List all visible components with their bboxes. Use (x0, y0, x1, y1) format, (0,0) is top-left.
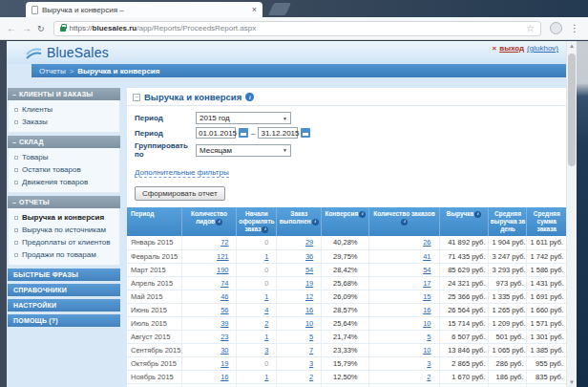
calendar-icon[interactable] (239, 128, 248, 138)
sidebar-item[interactable]: Предоплаты от клиентов (9, 236, 119, 248)
leads-link[interactable]: 72 (220, 238, 228, 247)
completed-link[interactable]: 29 (305, 238, 313, 247)
completed-link[interactable]: 7 (309, 346, 313, 355)
browser-tab[interactable]: Выручка и конверсия – × (26, 2, 262, 17)
completed-link[interactable]: 19 (305, 279, 313, 288)
orders-link[interactable]: 54 (423, 266, 430, 274)
started-link[interactable]: 1 (264, 292, 268, 301)
bookmark-star-icon[interactable]: ☆ (526, 23, 535, 33)
url-domain: bluesales.ru (93, 24, 137, 32)
info-icon[interactable]: i (312, 219, 319, 226)
orders-link[interactable]: 17 (423, 279, 430, 288)
started-link[interactable]: 4 (264, 306, 268, 314)
browser-menu-icon[interactable]: ⋮ (570, 23, 579, 33)
started-link[interactable]: 2 (264, 319, 268, 328)
info-icon[interactable]: i (216, 219, 222, 226)
calendar-icon[interactable] (301, 128, 310, 138)
username-link[interactable]: (glukhov) (527, 44, 558, 53)
back-icon[interactable]: ← (7, 24, 16, 33)
bullet-icon (14, 241, 18, 245)
sidebar-item[interactable]: Движения товаров (9, 176, 119, 188)
orders-link[interactable]: 3 (427, 359, 430, 368)
collapse-panel-icon[interactable]: − (133, 94, 140, 101)
forward-icon[interactable]: → (22, 24, 32, 33)
started-link[interactable]: 3 (264, 346, 268, 355)
year-select[interactable]: 2015 год ▼ (196, 112, 291, 124)
orders-link[interactable]: 16 (423, 306, 430, 314)
sidebar-collapsed-section[interactable]: СПРАВОЧНИКИ (8, 284, 120, 296)
cell-started: 5 (237, 383, 277, 387)
sidebar-section-header[interactable]: – КЛИЕНТЫ И ЗАКАЗЫ (8, 88, 120, 100)
bluesales-logo[interactable]: BlueSales (26, 45, 109, 60)
sidebar-item[interactable]: Товары (9, 151, 119, 163)
generate-report-button[interactable]: Сформировать отчет (135, 186, 225, 201)
scroll-up-icon[interactable]: ▲ (567, 43, 577, 49)
sidebar-item[interactable]: Выручка по источникам (9, 224, 119, 236)
breadcrumb-root[interactable]: Отчеты (39, 67, 66, 75)
tab-close-icon[interactable]: × (252, 6, 257, 14)
new-tab-button[interactable] (268, 3, 291, 15)
completed-link[interactable]: 16 (305, 306, 313, 314)
orders-link[interactable]: 5 (427, 333, 430, 341)
started-link[interactable]: 1 (264, 333, 268, 341)
leads-link[interactable]: 30 (220, 346, 228, 355)
url-text[interactable]: https://bluesales.ru/app/Reports/Proceed… (70, 24, 522, 32)
address-bar[interactable]: https://bluesales.ru/app/Reports/Proceed… (53, 21, 541, 36)
year-select-value: 2015 год (200, 114, 230, 122)
leads-link[interactable]: 16 (220, 373, 228, 381)
completed-link[interactable]: 2 (309, 373, 313, 381)
sidebar-collapsed-section[interactable]: НАСТРОЙКИ (8, 299, 120, 312)
page-scrollbar[interactable]: ▲ ▼ (566, 41, 577, 387)
leads-link[interactable]: 39 (220, 319, 228, 328)
sidebar-item[interactable]: Продажи по товарам (9, 248, 119, 261)
sidebar-item[interactable]: Выручка и конверсия (9, 211, 119, 224)
orders-link[interactable]: 26 (423, 238, 430, 247)
group-by-select[interactable]: Месяцам ▼ (196, 144, 291, 157)
sidebar-section-header[interactable]: – ОТЧЕТЫ (8, 196, 120, 208)
profile-avatar[interactable] (550, 22, 562, 34)
sidebar-item[interactable]: Остатки товаров (9, 163, 119, 176)
started-link[interactable]: 1 (264, 373, 268, 381)
column-header-label: Количество заказов (373, 210, 434, 217)
orders-link[interactable]: 15 (423, 292, 430, 301)
completed-link[interactable]: 54 (305, 266, 313, 274)
sidebar-collapsed-section[interactable]: БЫСТРЫЕ ФРАЗЫ (8, 269, 120, 281)
leads-link[interactable]: 19 (220, 359, 228, 368)
cell-started: 4 (237, 303, 277, 316)
scrollbar-thumb[interactable] (568, 54, 576, 166)
sidebar-item[interactable]: Заказы (9, 116, 119, 128)
cell-avg-order: 1 571 руб. (527, 316, 566, 330)
leads-link[interactable]: 74 (220, 279, 228, 288)
info-icon[interactable]: i (401, 219, 408, 226)
extra-filters-link[interactable]: Дополнительные фильтры (135, 168, 229, 178)
date-to-input[interactable]: 31.12.2015 (258, 127, 298, 139)
orders-link[interactable]: 41 (423, 252, 430, 261)
completed-link[interactable]: 5 (309, 333, 313, 341)
leads-link[interactable]: 56 (220, 306, 228, 314)
title-info-icon[interactable]: i (245, 93, 254, 101)
info-icon[interactable]: i (262, 226, 268, 233)
info-icon[interactable]: i (359, 211, 366, 218)
orders-link[interactable]: 2 (427, 373, 430, 381)
completed-link[interactable]: 36 (305, 252, 313, 261)
leads-link[interactable]: 190 (217, 266, 229, 274)
sidebar-section-header[interactable]: – СКЛАД (8, 136, 120, 148)
scroll-down-icon[interactable]: ▼ (567, 379, 577, 385)
completed-link[interactable]: 12 (305, 292, 313, 301)
leads-link[interactable]: 121 (217, 252, 229, 261)
cell-period: Август 2015 (127, 330, 181, 343)
started-link[interactable]: 1 (264, 252, 268, 261)
leads-link[interactable]: 46 (220, 292, 228, 301)
orders-link[interactable]: 10 (423, 319, 430, 328)
orders-link[interactable]: 10 (423, 346, 430, 355)
completed-link[interactable]: 3 (309, 359, 313, 368)
date-from-input[interactable]: 01.01.2015 (196, 127, 236, 139)
info-icon[interactable]: i (474, 211, 481, 218)
completed-link[interactable]: 10 (305, 319, 313, 328)
sidebar-item[interactable]: Клиенты (9, 103, 119, 116)
sidebar-collapsed-section[interactable]: ПОМОЩЬ (?) (8, 314, 120, 327)
logout-link[interactable]: выход (499, 44, 524, 53)
cell-avg-per-day: 1 335 руб. (489, 290, 527, 303)
reload-icon[interactable]: ↻ (37, 24, 45, 33)
leads-link[interactable]: 23 (220, 333, 228, 341)
